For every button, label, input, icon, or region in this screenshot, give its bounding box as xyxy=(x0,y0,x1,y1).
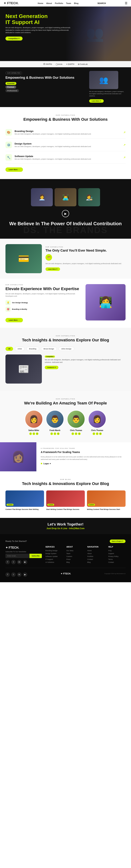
nav-about[interactable]: About xyxy=(46,2,52,4)
social-fb-0[interactable]: f xyxy=(29,432,32,435)
nav-home[interactable]: Home xyxy=(38,2,43,4)
nav-team[interactable]: Team xyxy=(66,2,71,4)
capabilities-learn-btn[interactable]: Learn More → xyxy=(5,167,23,172)
social-fb-2[interactable]: f xyxy=(72,432,74,435)
footer-help-4[interactable]: Contact xyxy=(108,561,126,563)
social-in-2[interactable]: in xyxy=(78,432,81,435)
social-fb-3[interactable]: f xyxy=(93,432,95,435)
elevate-feat-0: 💡 Our Design Strategy xyxy=(5,300,82,305)
footer-help-1[interactable]: Support xyxy=(108,553,126,554)
filter-uiux[interactable]: Ui/Ux Design xyxy=(59,347,74,351)
social-tw-3[interactable]: t xyxy=(96,432,99,435)
footer-about-4[interactable]: Blog xyxy=(67,561,84,563)
social-tw-1[interactable]: t xyxy=(54,432,56,435)
bottom-social-in[interactable]: in xyxy=(17,572,22,577)
footer-col-title-services: Services xyxy=(46,546,63,548)
believe-img-3: 👩‍🎨 xyxy=(78,188,100,206)
elevate-learn-btn[interactable]: Learn More → xyxy=(5,318,23,322)
newsletter-submit-btn[interactable]: Subscribe xyxy=(29,554,42,558)
social-in-1[interactable]: in xyxy=(57,432,59,435)
cap-item-title-0: Branding Design xyxy=(15,130,121,132)
brand-4: ⊞ CodeLab xyxy=(78,63,88,65)
cap-card-learn-btn[interactable]: Learn More ✦ xyxy=(89,99,104,103)
capabilities-list: 🎨 Branding Design We are Web Designers, … xyxy=(5,126,126,164)
footer-help-2[interactable]: Privacy Policy xyxy=(108,556,126,557)
footer-about-2[interactable]: Careers xyxy=(67,556,84,557)
blog-card-1[interactable]: Content Start Writing Content That Bring… xyxy=(46,491,85,510)
social-in-0[interactable]: in xyxy=(36,432,38,435)
footer-nav-1[interactable]: About xyxy=(87,553,105,554)
bottom-social-yt[interactable]: ▶ xyxy=(23,572,27,577)
blog-tag: OUR CAPABILITIES xyxy=(5,335,126,337)
feat-label-1: Branding & Identity xyxy=(12,308,27,310)
footer-nav-4[interactable]: Blog xyxy=(87,561,105,563)
hero-title: Next Generation IT Support AI xyxy=(5,13,72,25)
social-in-3[interactable]: in xyxy=(99,432,102,435)
cap-card-right: 👥 We are web designers, developers, proj… xyxy=(89,71,126,103)
footer-social-fb[interactable]: f xyxy=(5,560,10,564)
only-card-learn-btn[interactable]: Learn More ✦ xyxy=(46,268,60,271)
footer-service-3[interactable]: IT Support xyxy=(46,558,63,560)
play-button[interactable]: ▶ xyxy=(62,210,69,217)
footer-nav-0[interactable]: Home xyxy=(87,550,105,552)
hero-cta-button[interactable]: Competitive ✦ xyxy=(5,36,23,40)
footer-service-1[interactable]: Design System xyxy=(46,553,63,554)
footer-socials: f t in ▶ xyxy=(5,560,42,564)
capability-item-2[interactable]: 🔧 Software Update We are Web Designers, … xyxy=(5,151,126,164)
nav-blog[interactable]: Blog xyxy=(74,2,78,4)
elevate-section: OUR CAPABILITIES Elevate Experience With… xyxy=(0,279,131,328)
footer-nav-2[interactable]: Portfolio xyxy=(87,556,105,557)
blog-card-2[interactable]: Content Writing Content That Brings Succ… xyxy=(87,491,126,510)
brand-3: ✦ EARTH xyxy=(66,63,74,65)
newsletter-input[interactable] xyxy=(5,554,29,558)
bottom-social-tw[interactable]: t xyxy=(11,572,16,577)
social-tw-2[interactable]: t xyxy=(75,432,77,435)
plan-professional[interactable]: Professional xyxy=(5,89,19,92)
cta-subtitle[interactable]: Just Drop Us A Line - Info@Mat.Com xyxy=(5,527,126,530)
believe-bg-text: DS. THE BRANDS xyxy=(0,225,131,235)
team-tag: OUR CAPABILITIES xyxy=(5,398,126,400)
footer-help-3[interactable]: Terms xyxy=(108,558,126,560)
team-name-0: Salina Willer xyxy=(28,429,39,431)
footer-service-4[interactable]: AI Solutions xyxy=(46,561,63,563)
footer-about-3[interactable]: Press xyxy=(67,558,84,560)
footer-about-0[interactable]: Our Story xyxy=(67,550,84,552)
team-grid: 👩 Salina Willer f t in 👨 Frank Marsh f t… xyxy=(5,410,126,435)
footer-service-2[interactable]: Software Update xyxy=(46,556,63,557)
filter-artist[interactable]: Artist xyxy=(15,347,25,351)
footer-help-0[interactable]: FAQ xyxy=(108,550,126,552)
only-card-image: 💳 xyxy=(5,244,42,273)
capability-item-0[interactable]: 🎨 Branding Design We are Web Designers, … xyxy=(5,126,126,139)
nav-portfolio[interactable]: Portfolio xyxy=(55,2,63,4)
test-dot xyxy=(41,463,42,464)
menu-icon[interactable]: ☰ xyxy=(125,1,127,5)
footer-about-1[interactable]: Team xyxy=(67,553,84,554)
bottom-social-fb[interactable]: f xyxy=(5,572,10,577)
social-tw-0[interactable]: t xyxy=(32,432,35,435)
feat-icon-0: 💡 xyxy=(5,300,10,305)
filter-broze[interactable]: Broze Design xyxy=(41,347,57,351)
team-member-2: 👨 Chris Thomas f t in xyxy=(67,410,85,435)
blog-learn-btn[interactable]: Content It ✦ xyxy=(45,366,58,369)
blog-card-0[interactable]: Content Content That Brings Success Star… xyxy=(5,491,44,510)
footer-logo: ✦ FTECH. xyxy=(5,546,42,549)
filter-all[interactable]: All xyxy=(5,347,13,351)
elevate-title: Elevate Experience With Our Expertise xyxy=(5,286,82,291)
social-fb-1[interactable]: f xyxy=(50,432,53,435)
footer-start-btn[interactable]: Start a Project ✦ xyxy=(110,539,126,543)
plan-essential[interactable]: Essential xyxy=(5,82,16,85)
team-socials-1: f t in xyxy=(50,432,59,435)
footer-nav-3[interactable]: Contact xyxy=(87,558,105,560)
footer-col-about: About Our Story Team Careers Press Blog xyxy=(67,546,84,564)
footer-social-tw[interactable]: t xyxy=(11,560,16,564)
search-button[interactable]: SEARCH xyxy=(97,2,106,4)
feat-label-0: Our Design Strategy xyxy=(12,302,28,304)
footer-social-yt[interactable]: ▶ xyxy=(23,560,27,564)
testimonial-image: 👩 xyxy=(0,442,36,471)
footer-service-0[interactable]: Branding Design xyxy=(46,550,63,552)
filter-branding[interactable]: Branding xyxy=(26,347,39,351)
footer-social-in[interactable]: in xyxy=(17,560,22,564)
elevate-image: 👩‍💻 xyxy=(85,284,126,320)
plan-premium[interactable]: Premium xyxy=(5,86,16,89)
capability-item-1[interactable]: ⚙️ Design System We are Web Designers, d… xyxy=(5,139,126,151)
